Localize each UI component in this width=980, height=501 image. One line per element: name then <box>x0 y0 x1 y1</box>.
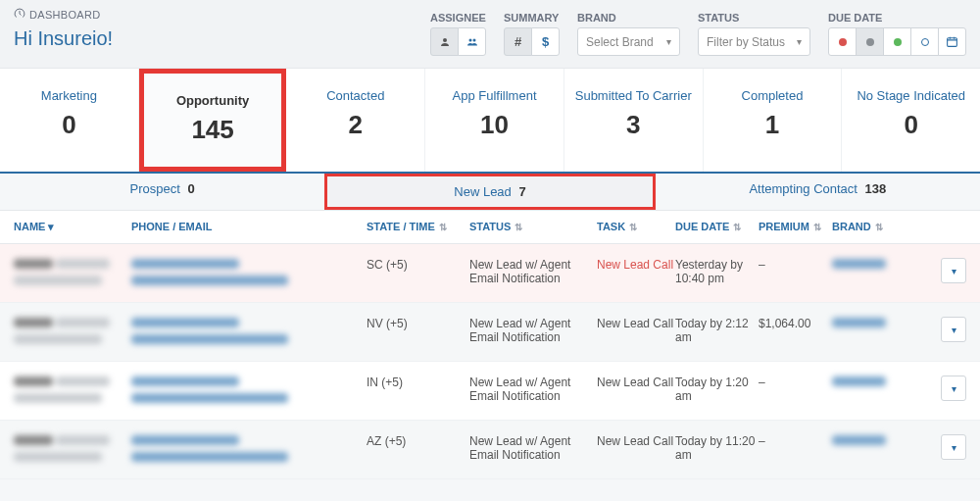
cell-due: Yesterday by 10:40 pm <box>675 258 759 285</box>
stage-marketing[interactable]: Marketing0 <box>0 69 139 172</box>
table-header: NAME ▾ PHONE / EMAIL STATE / TIME⇅ STATU… <box>0 211 980 244</box>
row-actions-dropdown[interactable]: ▾ <box>941 317 966 342</box>
stage-app-fulfillment[interactable]: App Fulfillment10 <box>425 69 564 172</box>
substage-label: Attempting Contact <box>749 181 858 196</box>
due-today-button[interactable] <box>856 27 884 56</box>
stage-label: Submitted To Carrier <box>570 88 697 104</box>
table-row[interactable]: SC (+5) New Lead w/ Agent Email Notifica… <box>0 244 980 303</box>
cell-status: New Lead w/ Agent Email Notification <box>469 258 597 285</box>
brand-filter: BRAND Select Brand <box>577 12 680 56</box>
col-due[interactable]: DUE DATE⇅ <box>675 221 759 233</box>
chevron-down-icon: ▾ <box>48 221 54 232</box>
substage-label: Prospect <box>130 181 180 196</box>
substage-attempting-contact[interactable]: Attempting Contact 138 <box>656 174 980 210</box>
col-state[interactable]: STATE / TIME⇅ <box>367 221 469 233</box>
substage-prospect[interactable]: Prospect 0 <box>0 174 324 210</box>
cell-status: New Lead w/ Agent Email Notification <box>469 376 597 403</box>
breadcrumb-text: DASHBOARD <box>29 9 100 21</box>
col-premium[interactable]: PREMIUM⇅ <box>759 221 832 233</box>
assignee-filter: ASSIGNEE <box>430 12 486 56</box>
duedate-label: DUE DATE <box>828 12 966 24</box>
stage-count: 2 <box>292 110 418 140</box>
table-row[interactable]: IN (+5) New Lead w/ Agent Email Notifica… <box>0 362 980 421</box>
cell-premium: – <box>759 434 832 448</box>
svg-rect-3 <box>948 38 957 47</box>
stage-label: Opportunity <box>150 93 276 109</box>
col-contact: PHONE / EMAIL <box>131 221 367 233</box>
duedate-filter: DUE DATE <box>828 12 966 56</box>
blue-ring-icon <box>921 38 929 46</box>
substage-count: 138 <box>865 181 887 196</box>
row-actions-dropdown[interactable]: ▾ <box>941 376 966 401</box>
cell-name <box>14 317 131 347</box>
cell-state: NV (+5) <box>367 317 469 330</box>
svg-point-1 <box>468 38 471 41</box>
stage-contacted[interactable]: Contacted2 <box>286 69 425 172</box>
cell-premium: – <box>759 258 832 272</box>
cell-premium: – <box>759 376 832 389</box>
stage-submitted-to-carrier[interactable]: Submitted To Carrier3 <box>564 69 704 172</box>
summary-filter: SUMMARY # $ <box>504 12 560 56</box>
substage-count: 7 <box>518 184 525 199</box>
cell-contact <box>131 258 367 288</box>
stage-count: 145 <box>150 115 276 145</box>
page-title: Hi Insureio! <box>14 27 113 50</box>
svg-point-0 <box>443 38 447 42</box>
stage-count: 0 <box>848 110 974 140</box>
breadcrumb: DASHBOARD <box>14 8 113 22</box>
green-dot-icon <box>894 38 902 46</box>
sort-arrows-icon: ⇅ <box>629 222 637 232</box>
brand-label: BRAND <box>577 12 680 24</box>
due-calendar-button[interactable] <box>938 27 966 56</box>
cell-due: Today by 11:20 am <box>675 434 759 462</box>
header-left: DASHBOARD Hi Insureio! <box>14 8 113 50</box>
status-select[interactable]: Filter by Status <box>698 27 810 56</box>
due-future-button[interactable] <box>910 27 939 56</box>
assignee-self-button[interactable] <box>430 27 459 56</box>
row-actions-dropdown[interactable]: ▾ <box>941 434 966 460</box>
cell-contact <box>131 376 367 406</box>
cell-brand <box>832 317 910 330</box>
cell-name <box>14 376 131 406</box>
summary-count-button[interactable]: # <box>504 27 532 56</box>
stage-count: 1 <box>710 110 836 140</box>
due-overdue-button[interactable] <box>828 27 857 56</box>
cell-status: New Lead w/ Agent Email Notification <box>469 434 597 462</box>
col-status[interactable]: STATUS⇅ <box>469 221 597 233</box>
cell-name <box>14 258 131 288</box>
pipeline-substages: Prospect 0New Lead 7Attempting Contact 1… <box>0 174 980 211</box>
status-filter: STATUS Filter by Status <box>698 12 810 56</box>
substage-new-lead[interactable]: New Lead 7 <box>324 174 655 210</box>
sort-arrows-icon: ⇅ <box>439 222 447 232</box>
sort-arrows-icon: ⇅ <box>514 222 522 232</box>
col-task[interactable]: TASK⇅ <box>597 221 675 233</box>
pipeline-stages: Marketing0Opportunity145Contacted2App Fu… <box>0 69 980 174</box>
brand-select[interactable]: Select Brand <box>577 27 680 56</box>
assignee-team-button[interactable] <box>458 27 486 56</box>
cell-contact <box>131 317 367 347</box>
top-bar: DASHBOARD Hi Insureio! ASSIGNEE SUMMARY … <box>0 0 980 69</box>
due-upcoming-button[interactable] <box>883 27 911 56</box>
substage-count: 0 <box>188 181 195 196</box>
stage-opportunity[interactable]: Opportunity145 <box>139 69 287 172</box>
cell-due: Today by 2:12 am <box>675 317 759 344</box>
cell-brand <box>832 376 910 389</box>
status-label: STATUS <box>698 12 810 24</box>
gray-dot-icon <box>866 38 874 46</box>
stage-no-stage-indicated[interactable]: No Stage Indicated0 <box>842 69 980 172</box>
stage-count: 10 <box>431 110 558 140</box>
cell-task: New Lead Call <box>597 258 675 272</box>
svg-point-2 <box>472 38 475 41</box>
substage-label: New Lead <box>454 184 512 199</box>
col-brand[interactable]: BRAND⇅ <box>832 221 910 233</box>
table-row[interactable]: AZ (+5) New Lead w/ Agent Email Notifica… <box>0 421 980 479</box>
stage-completed[interactable]: Completed1 <box>704 69 843 172</box>
stage-label: App Fulfillment <box>431 88 558 104</box>
summary-money-button[interactable]: $ <box>531 27 560 56</box>
table-row[interactable]: NV (+5) New Lead w/ Agent Email Notifica… <box>0 303 980 362</box>
summary-label: SUMMARY <box>504 12 560 24</box>
row-actions-dropdown[interactable]: ▾ <box>941 258 966 283</box>
red-dot-icon <box>839 38 847 46</box>
sort-arrows-icon: ⇅ <box>813 222 821 232</box>
col-name[interactable]: NAME ▾ <box>14 221 131 233</box>
